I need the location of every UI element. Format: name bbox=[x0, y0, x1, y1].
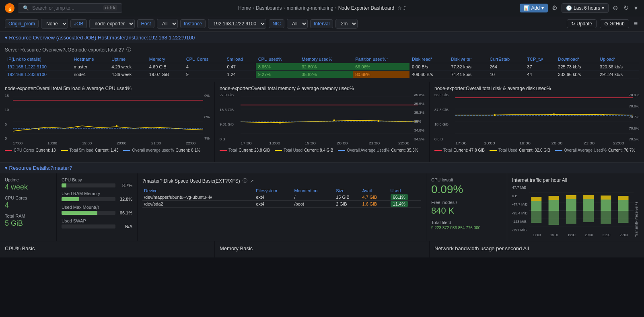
resource-details-section[interactable]: ▾ Resource Details:?master? bbox=[0, 162, 644, 173]
add-button[interactable]: 📊 Add ▾ bbox=[520, 4, 548, 12]
svg-text:18:00: 18:00 bbox=[550, 233, 558, 237]
origin-prom-select[interactable]: None bbox=[41, 19, 68, 29]
interval-label: Interval bbox=[310, 19, 333, 28]
cell-tcp-tw: 37 bbox=[525, 63, 556, 71]
used-ram-gauge: Used RAM Memory 32.8% bbox=[62, 191, 132, 202]
cell-mem-used: 32.80% bbox=[299, 63, 353, 71]
cell-partition: 66.06% bbox=[353, 63, 409, 71]
svg-text:17:00: 17:00 bbox=[455, 141, 467, 145]
cell-cpu-cores: 4 bbox=[184, 63, 225, 71]
cell-disk-write: 77.32 kb/s bbox=[449, 63, 487, 71]
legend-disk-total: Total Current: 47.8 GiB bbox=[434, 148, 485, 152]
svg-point-19 bbox=[333, 119, 335, 121]
disk-info-icon: ⓘ bbox=[243, 177, 247, 184]
svg-rect-59 bbox=[601, 211, 611, 224]
update-button[interactable]: ↻ Update bbox=[567, 19, 597, 28]
more-icon[interactable]: ▾ bbox=[633, 2, 639, 13]
svg-text:21:00: 21:00 bbox=[151, 141, 161, 145]
used-mount-gauge: Used Max Mount(/) 66.1% bbox=[62, 205, 132, 215]
clock-icon: 🕐 bbox=[566, 5, 572, 11]
star-icon[interactable]: ☆ bbox=[397, 5, 402, 11]
cell-ip[interactable]: 192.168.1.233:9100 bbox=[5, 71, 72, 78]
cell-currestab: 10 bbox=[488, 71, 525, 78]
svg-point-7 bbox=[159, 127, 160, 128]
svg-text:20:00: 20:00 bbox=[117, 141, 126, 145]
disk-chart-legend: Total Current: 47.8 GiB Total Used Curre… bbox=[434, 148, 639, 152]
toolbar-right: ↻ Update ⊙ GitHub ≡ bbox=[567, 19, 639, 29]
zoom-out-icon[interactable]: ⊖ bbox=[611, 2, 619, 13]
disk-chart-area: 55.9 GiB 37.3 GiB 18.6 GiB 0.0 B 70.9% 7… bbox=[434, 93, 639, 146]
dashboards-link[interactable]: Dashboards bbox=[256, 5, 282, 11]
chevron-icon: ▾ bbox=[602, 5, 604, 11]
cell-disk-read: 409.60 B/s bbox=[409, 71, 449, 78]
cpu-busy-bar-container: 8.7% bbox=[62, 183, 132, 188]
bottom-row: CPU% Basic Memory Basic Network bandwidt… bbox=[0, 241, 644, 257]
job-select[interactable]: node-exporter bbox=[89, 19, 135, 29]
iowait-value: 0.09% bbox=[431, 183, 502, 196]
cell-ip[interactable]: 192.168.1.222:9100 bbox=[5, 63, 72, 71]
cell-cpu-used: 9.27% bbox=[256, 71, 299, 78]
resource-overview-section[interactable]: ▾ Resource Overview (associated JOB),Hos… bbox=[0, 32, 644, 43]
resource-details-row: Uptime 4 week CPU Cores 4 Total RAM 5 Gi… bbox=[0, 173, 644, 241]
server-table-container: Server Resource Overview?JOB:node-export… bbox=[0, 43, 644, 82]
legend-cpu-cores-color bbox=[5, 150, 12, 151]
interval-select[interactable]: 2m bbox=[335, 19, 358, 29]
disk-link-icon[interactable]: ↗ bbox=[250, 178, 254, 184]
refresh-icon[interactable]: ↻ bbox=[622, 2, 630, 13]
col-upload: Upload* bbox=[597, 56, 639, 63]
mem-chart-svg: 17:00 18:00 19:00 20:00 21:00 22:00 bbox=[241, 93, 418, 145]
svg-rect-48 bbox=[548, 200, 559, 211]
nic-select[interactable]: All bbox=[287, 19, 308, 29]
search-placeholder: Search or jump to... bbox=[32, 5, 74, 11]
sep3: › bbox=[335, 5, 337, 11]
time-range-button[interactable]: 🕐 Last 6 hours ▾ bbox=[562, 3, 609, 13]
table-row: 192.168.1.222:9100 master 4.29 week 4.69… bbox=[5, 63, 639, 71]
used-mount-bar-bg bbox=[62, 211, 115, 215]
system-metrics-panel: Uptime 4 week CPU Cores 4 Total RAM 5 Gi… bbox=[0, 173, 56, 241]
cell-uptime: 4.36 week bbox=[109, 71, 147, 78]
cpu-basic-panel: CPU% Basic bbox=[0, 241, 214, 257]
svg-text:22:00: 22:00 bbox=[398, 141, 409, 145]
svg-text:19:00: 19:00 bbox=[519, 141, 531, 145]
cell-uptime: 4.29 week bbox=[109, 63, 147, 71]
legend-mem-used: Total Used Current: 8.4 GiB bbox=[275, 148, 333, 152]
server-resource-table: IP(Link to details) Hostname Uptime Memo… bbox=[5, 56, 639, 78]
used-ram-bar-container: 32.8% bbox=[62, 197, 132, 202]
cell-upload: 291.24 kb/s bbox=[597, 71, 639, 78]
charts-row: node-exporter:Overall total 5m load & av… bbox=[0, 82, 644, 162]
cpu-chart-area: 15 10 5 0 9% 8% 7% bbox=[5, 93, 210, 146]
github-button[interactable]: ⊙ GitHub bbox=[600, 19, 629, 28]
svg-point-33 bbox=[602, 114, 604, 115]
svg-text:21:00: 21:00 bbox=[602, 233, 610, 237]
col-uptime: Uptime bbox=[109, 56, 147, 63]
totalfilefd-value: 9 223 372 036 854 776 000 bbox=[431, 226, 502, 230]
svg-text:20:00: 20:00 bbox=[337, 141, 348, 145]
search-box[interactable]: 🔍 Search or jump to... ctrl+k bbox=[18, 3, 122, 13]
grafana-logo[interactable]: 🔥 bbox=[5, 3, 14, 13]
disk-cell-mount: / bbox=[292, 194, 334, 201]
col-tcp-tw: TCP_tw bbox=[525, 56, 556, 63]
svg-text:17:00: 17:00 bbox=[533, 233, 541, 237]
svg-text:17:00: 17:00 bbox=[241, 141, 252, 145]
hamburger-menu[interactable]: ≡ bbox=[632, 19, 639, 29]
share-icon[interactable]: ⤴ bbox=[403, 5, 406, 11]
cell-disk-write: 74.41 kb/s bbox=[449, 71, 487, 78]
used-swap-bar-bg bbox=[62, 224, 115, 228]
dashboard-settings-icon[interactable]: ⚙ bbox=[550, 2, 559, 13]
svg-text:18:00: 18:00 bbox=[47, 141, 57, 145]
cell-download: 332.66 kb/s bbox=[556, 71, 597, 78]
host-select[interactable]: All bbox=[157, 19, 178, 29]
home-link[interactable]: Home bbox=[238, 5, 251, 11]
mem-chart-title: node-exporter:Overall total memory & ave… bbox=[220, 86, 424, 91]
disk-cell-size: 2 GiB bbox=[334, 201, 360, 208]
instance-label: Instance bbox=[180, 19, 206, 28]
monitoring-link[interactable]: monitoring-monitoring bbox=[287, 5, 333, 11]
cpu-chart-svg: 17:00 18:00 19:00 20:00 21:00 22:00 bbox=[13, 93, 203, 145]
dashboard-title: Node Exporter Dashboard bbox=[338, 5, 394, 11]
col-cpu-cores: CPU Cores bbox=[184, 56, 225, 63]
svg-rect-58 bbox=[601, 196, 611, 200]
svg-rect-57 bbox=[601, 200, 611, 211]
disk-cell-used: 66.1% bbox=[389, 194, 421, 201]
instance-select[interactable]: 192.168.1.222:9100 bbox=[208, 19, 266, 29]
svg-rect-50 bbox=[548, 211, 559, 225]
